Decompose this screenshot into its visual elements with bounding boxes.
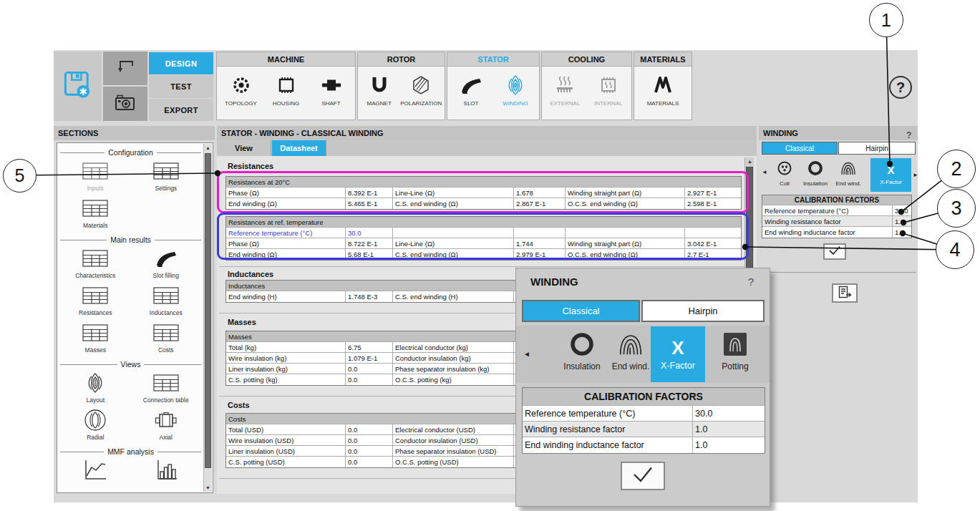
popup-classical-label: Classical — [562, 306, 599, 316]
sidebar-item-mmf-bar-chart[interactable] — [131, 458, 202, 491]
external-cooling-button[interactable]: EXTERNAL — [546, 68, 583, 120]
table-value-cell: 1.0 — [693, 422, 765, 437]
housing-button[interactable]: HOUSING — [268, 68, 305, 120]
design-mode-button[interactable]: DESIGN — [149, 52, 213, 74]
table-label-cell: Electrical conductor (USD) — [393, 424, 514, 434]
polarization-button[interactable]: POLARIZATION — [400, 68, 442, 120]
undo-button[interactable] — [103, 52, 147, 85]
screenshot-button[interactable] — [103, 87, 147, 121]
hairpin-toggle[interactable]: Hairpin — [838, 142, 916, 155]
winding-button[interactable]: WINDING — [497, 68, 534, 120]
table-label-cell: Liner insulation (kg) — [226, 364, 346, 374]
winding-panel-band: WINDING ? — [759, 126, 918, 140]
sidebar-item-inputs-label: Inputs — [87, 185, 104, 192]
popup-classical-toggle[interactable]: Classical — [522, 300, 640, 322]
table-header-row: CALIBRATION FACTORS — [523, 388, 765, 406]
tab-datasheet[interactable]: Datasheet — [272, 140, 326, 156]
classical-toggle[interactable]: Classical — [762, 142, 838, 155]
sidebar-item-characteristics[interactable]: Characteristics — [60, 246, 131, 283]
sidebar-item-masses[interactable]: Masses — [60, 321, 131, 358]
sidebar-item-costs[interactable]: Costs — [131, 321, 202, 358]
export-report-button[interactable] — [832, 283, 858, 303]
table-label-cell: Reference temperature (°C) — [762, 205, 893, 215]
sidebar-item-radial[interactable]: Radial — [60, 408, 131, 445]
scroll-up-icon[interactable]: ▲ — [745, 157, 755, 165]
sidebar-item-mmf-line-chart[interactable] — [60, 458, 131, 491]
table-label-cell: Winding resistance factor — [762, 216, 893, 226]
strip-right-arrow-icon[interactable]: ► — [913, 172, 918, 178]
tab-view-label: View — [235, 144, 253, 152]
popup-hairpin-toggle[interactable]: Hairpin — [641, 300, 765, 322]
end-winding-tab[interactable]: End wind. — [832, 160, 865, 187]
x-factor-tab[interactable]: X X-Factor — [870, 158, 911, 192]
help-button[interactable]: ? — [889, 76, 912, 99]
winding-panel-help-icon[interactable]: ? — [906, 128, 911, 142]
sidebar-item-axial[interactable]: Axial — [131, 408, 202, 445]
table-label-cell: Phase (Ω) — [226, 188, 346, 198]
slot-button[interactable]: SLOT — [452, 68, 490, 120]
sidebar-item-connection-table[interactable]: Connection table — [131, 371, 202, 408]
winding-popup: WINDING ? Classical Hairpin ◄ Insulation… — [515, 268, 770, 507]
callout-1-number: 1 — [881, 10, 891, 31]
sidebar-item-slot-filling[interactable]: Slot filling — [131, 246, 202, 283]
popup-strip-left-arrow-icon[interactable]: ◄ — [523, 350, 530, 358]
table-value-cell: 2.867 E-1 — [514, 198, 566, 209]
sidebar-scrollbar[interactable]: ▲ ▼ — [203, 144, 212, 492]
popup-apply-button[interactable] — [621, 462, 665, 490]
sidebar-item-layout[interactable]: Layout — [60, 371, 131, 408]
sidebar-scroll-thumb[interactable] — [205, 153, 211, 468]
tab-view[interactable]: View — [217, 140, 271, 156]
popup-potting-tab[interactable]: Potting — [711, 331, 760, 371]
insulation-tab[interactable]: Insulation — [800, 160, 830, 187]
magnet-button[interactable]: MAGNET — [361, 68, 398, 120]
scroll-down-icon[interactable]: ▼ — [204, 484, 212, 492]
coil-tab[interactable]: Coil — [770, 160, 799, 187]
sidebar-item-resistances[interactable]: Resistances — [60, 283, 131, 321]
axial-view-icon — [154, 408, 178, 432]
table-value-cell — [514, 228, 566, 238]
apply-button[interactable] — [823, 243, 846, 260]
table-value-cell: 0.0 — [346, 364, 393, 374]
test-mode-button[interactable]: TEST — [149, 75, 213, 98]
table-header-cell: CALIBRATION FACTORS — [523, 388, 765, 405]
sections-band: SECTIONS — [54, 126, 215, 140]
sidebar-item-materials[interactable]: Materials — [60, 196, 131, 233]
materials-button[interactable]: MATERIALS — [644, 68, 681, 120]
topology-button[interactable]: TOPOLOGY — [223, 68, 260, 120]
popup-help-icon[interactable]: ? — [748, 276, 754, 288]
costs-heading: Costs — [228, 401, 250, 409]
x-factor-glyph: X — [887, 165, 894, 176]
table-label-cell: C.S. potting (kg) — [226, 374, 346, 385]
scroll-up-icon[interactable]: ▲ — [204, 144, 212, 152]
sidebar-item-inputs[interactable]: Inputs — [60, 159, 131, 196]
main-scroll-thumb[interactable] — [746, 167, 753, 271]
save-button[interactable] — [54, 52, 102, 121]
table-icon — [152, 321, 180, 345]
sidebar-item-inductances[interactable]: Inductances — [131, 283, 202, 321]
materials-icon — [653, 72, 673, 98]
table-value-cell: 5.68 E-1 — [346, 249, 393, 260]
popup-x-factor-tab[interactable]: X X-Factor — [651, 326, 705, 382]
callout-2-number: 2 — [951, 158, 961, 180]
table-label-cell: O.C.S. potting (kg) — [393, 374, 514, 385]
internal-cooling-button[interactable]: INTERNAL — [590, 68, 627, 120]
main-tabs: View Datasheet — [217, 140, 757, 156]
strip-left-arrow-icon[interactable]: ◄ — [762, 169, 767, 175]
save-icon — [62, 69, 94, 104]
divider-mmf-analysis-label: MMF analysis — [107, 447, 154, 456]
shaft-button[interactable]: SHAFT — [313, 68, 350, 120]
table-label-cell: Wire insulation (USD) — [226, 435, 346, 445]
table-label-cell: O.C.S. potting (USD) — [393, 457, 514, 467]
sidebar-item-settings[interactable]: Settings — [131, 159, 202, 196]
table-label-cell: End winding inductance factor — [762, 227, 893, 238]
export-mode-button[interactable]: EXPORT — [149, 99, 213, 121]
popup-insulation-tab[interactable]: Insulation — [553, 331, 611, 371]
popup-end-winding-tab[interactable]: End wind. — [611, 331, 651, 371]
end-winding-icon — [617, 331, 644, 360]
housing-icon — [276, 72, 296, 98]
cooling-group: COOLING EXTERNAL — [541, 52, 632, 120]
divider-configuration: Configuration — [60, 147, 201, 158]
table-header-cell: CALIBRATION FACTORS — [762, 195, 911, 205]
rotor-group-title: ROTOR — [357, 52, 445, 66]
export-document-icon — [838, 286, 852, 301]
